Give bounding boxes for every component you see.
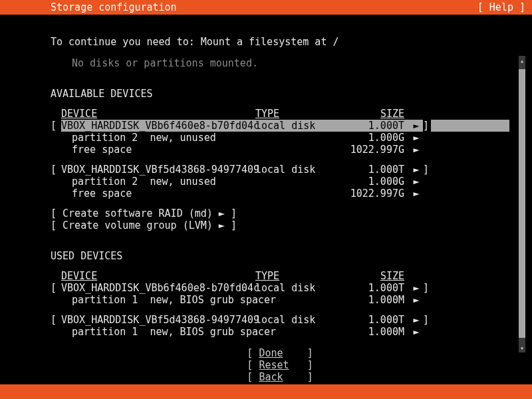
back-button[interactable]: [ Back ] [247, 371, 313, 383]
bottom-bar [0, 384, 532, 399]
col-size: SIZE [339, 108, 410, 120]
col-size: SIZE [339, 270, 410, 282]
partition-row[interactable]: partition 2 new, unused1.000G► [51, 176, 509, 188]
done-button[interactable]: [ Done ] [247, 347, 313, 359]
device-size: 1.000G [339, 176, 410, 188]
instruction-text: To continue you need to: Mount a filesys… [51, 36, 509, 48]
device-size: 1.000G [339, 132, 410, 144]
partition-row[interactable]: free space1022.997G► [51, 144, 509, 156]
device-type: local disk [255, 282, 339, 294]
device-row[interactable]: [VBOX_HARDDISK_VBb6f460e8-b70fd04clocal … [51, 282, 509, 294]
button-bar: [ Done ] [ Reset ] [ Back ] [51, 347, 509, 383]
col-device: DEVICE [61, 270, 255, 282]
device-row[interactable]: [VBOX_HARDDISK_VBf5d43868-94977409local … [51, 314, 509, 326]
scroll-up-icon[interactable]: ▴ [519, 57, 525, 64]
device-size: 1.000T [339, 164, 410, 176]
expand-icon[interactable]: ► [410, 314, 423, 326]
title-bar: Storage configuration [ Help ] [0, 0, 532, 15]
expand-icon[interactable]: ► [410, 282, 423, 294]
page-title: Storage configuration [51, 1, 177, 13]
partition-row[interactable]: partition 1 new, BIOS grub spacer1.000M► [51, 294, 509, 306]
device-name: VBOX_HARDDISK_VBf5d43868-94977409 [61, 314, 255, 326]
device-name: partition 1 new, BIOS grub spacer [61, 326, 255, 338]
device-name: free space [61, 144, 255, 156]
device-name: VBOX_HARDDISK_VBb6f460e8-b70fd04c [61, 282, 255, 294]
expand-icon[interactable]: ► [410, 176, 423, 188]
col-device: DEVICE [61, 108, 255, 120]
device-name: VBOX_HARDDISK_VBf5d43868-94977409 [61, 164, 255, 176]
expand-icon[interactable]: ► [410, 164, 423, 176]
used-header: DEVICE TYPE SIZE [51, 270, 509, 282]
device-row[interactable]: [VBOX_HARDDISK_VBb6f460e8-b70fd04clocal … [51, 120, 509, 132]
available-header: DEVICE TYPE SIZE [51, 108, 509, 120]
device-size: 1.000T [339, 120, 410, 132]
used-section-title: USED DEVICES [51, 250, 509, 262]
scroll-down-icon[interactable]: ▾ [519, 344, 525, 351]
partition-row[interactable]: partition 1 new, BIOS grub spacer1.000M► [51, 326, 509, 338]
col-type: TYPE [255, 270, 339, 282]
device-type: local disk [255, 314, 339, 326]
mounted-status: No disks or partitions mounted. [51, 57, 509, 69]
device-size: 1.000T [339, 282, 410, 294]
expand-icon[interactable]: ► [410, 120, 423, 132]
device-name: free space [61, 188, 255, 200]
available-section-title: AVAILABLE DEVICES [51, 88, 509, 100]
scrollbar-thumb[interactable] [519, 69, 525, 338]
help-button[interactable]: [ Help ] [477, 1, 525, 13]
device-size: 1022.997G [339, 188, 410, 200]
device-size: 1022.997G [339, 144, 410, 156]
device-size: 1.000M [339, 326, 410, 338]
device-name: partition 1 new, BIOS grub spacer [61, 294, 255, 306]
expand-icon[interactable]: ► [410, 294, 423, 306]
device-size: 1.000T [339, 314, 410, 326]
col-type: TYPE [255, 108, 339, 120]
device-name: VBOX_HARDDISK_VBb6f460e8-b70fd04c [61, 120, 255, 132]
device-name: partition 2 new, unused [61, 132, 255, 144]
expand-icon[interactable]: ► [410, 326, 423, 338]
partition-row[interactable]: partition 2 new, unused1.000G► [51, 132, 509, 144]
scrollbar[interactable]: ▴ ▾ [519, 56, 525, 352]
device-type: local disk [255, 164, 339, 176]
device-type: local disk [255, 120, 339, 132]
reset-button[interactable]: [ Reset ] [247, 359, 313, 371]
expand-icon[interactable]: ► [410, 132, 423, 144]
partition-row[interactable]: free space1022.997G► [51, 188, 509, 200]
create-action[interactable]: [ Create volume group (LVM) ► ] [51, 219, 509, 231]
device-row[interactable]: [VBOX_HARDDISK_VBf5d43868-94977409local … [51, 164, 509, 176]
device-size: 1.000M [339, 294, 410, 306]
device-name: partition 2 new, unused [61, 176, 255, 188]
expand-icon[interactable]: ► [410, 188, 423, 200]
create-action[interactable]: [ Create software RAID (md) ► ] [51, 207, 509, 219]
expand-icon[interactable]: ► [410, 144, 423, 156]
